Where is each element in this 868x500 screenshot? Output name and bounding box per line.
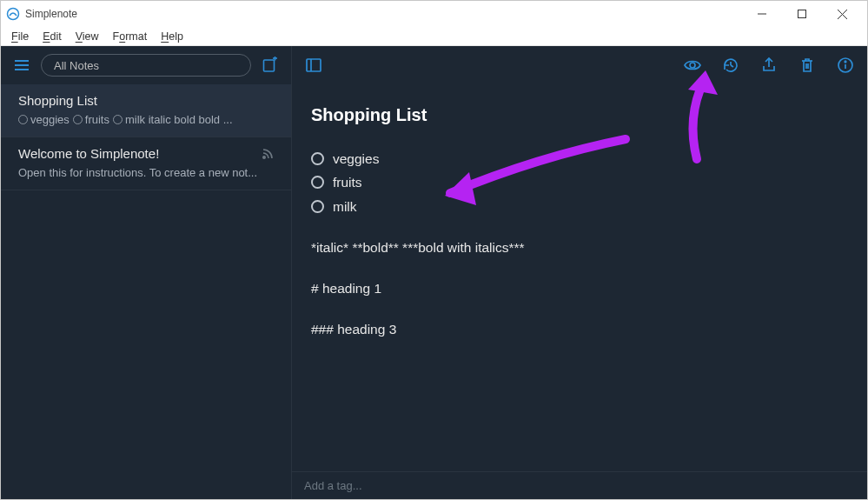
svg-point-0: [8, 9, 19, 20]
note-list: Shopping List veggies fruits milk italic…: [1, 84, 291, 499]
svg-point-14: [690, 63, 695, 68]
note-item-preview: veggies fruits milk italic bold bold ...: [18, 113, 274, 126]
tag-footer: [292, 471, 867, 499]
note-list-item[interactable]: Shopping List veggies fruits milk italic…: [1, 84, 291, 137]
editor-toolbar: [292, 46, 867, 84]
history-icon[interactable]: [721, 56, 740, 75]
new-note-button[interactable]: [260, 55, 281, 76]
menu-file[interactable]: File: [4, 29, 36, 44]
editor-line-format: *italic* **bold** ***bold with italics**…: [311, 237, 848, 257]
checklist-item[interactable]: veggies: [311, 149, 848, 169]
note-item-title: Welcome to Simplenote!: [18, 146, 274, 161]
share-icon[interactable]: [759, 56, 779, 75]
note-item-preview: Open this for instructions. To create a …: [18, 166, 274, 179]
checklist-item[interactable]: milk: [311, 197, 848, 217]
svg-point-11: [263, 157, 265, 158]
editor-content[interactable]: Shopping List veggies fruits milk *itali…: [292, 84, 867, 471]
menu-view[interactable]: View: [69, 29, 106, 44]
app-logo-icon: [6, 7, 20, 21]
tag-input[interactable]: [304, 479, 855, 492]
svg-rect-8: [264, 60, 275, 71]
editor-line-h1: # heading 1: [311, 278, 848, 298]
info-icon[interactable]: [836, 56, 855, 75]
editor-line-h3: ### heading 3: [311, 319, 848, 339]
preview-eye-icon[interactable]: [683, 56, 702, 75]
editor-pane: Shopping List veggies fruits milk *itali…: [292, 46, 867, 499]
svg-rect-12: [307, 59, 321, 71]
svg-point-21: [845, 61, 846, 63]
window-title: Simplenote: [25, 8, 77, 20]
window-titlebar: Simplenote: [1, 1, 867, 27]
rss-icon: [262, 148, 274, 163]
menu-help[interactable]: Help: [154, 29, 190, 44]
note-list-item[interactable]: Welcome to Simplenote! Open this for ins…: [1, 137, 291, 190]
menu-format[interactable]: Format: [106, 29, 155, 44]
sidebar: Shopping List veggies fruits milk italic…: [1, 46, 292, 499]
menubar: File Edit View Format Help: [1, 27, 867, 46]
menu-edit[interactable]: Edit: [36, 29, 69, 44]
svg-line-16: [731, 65, 733, 67]
window-minimize-button[interactable]: [742, 1, 782, 27]
checkbox-icon[interactable]: [311, 152, 324, 165]
checklist-item[interactable]: fruits: [311, 172, 848, 192]
window-close-button[interactable]: [822, 1, 862, 27]
menu-hamburger-icon[interactable]: [11, 55, 32, 76]
note-item-title: Shopping List: [18, 93, 274, 108]
toggle-sidebar-icon[interactable]: [304, 56, 323, 75]
svg-rect-2: [798, 10, 806, 18]
checkbox-icon[interactable]: [311, 176, 324, 189]
note-title: Shopping List: [311, 102, 848, 128]
window-maximize-button[interactable]: [782, 1, 822, 27]
search-input[interactable]: [41, 54, 251, 77]
checkbox-icon[interactable]: [311, 200, 324, 213]
trash-icon[interactable]: [798, 56, 817, 75]
